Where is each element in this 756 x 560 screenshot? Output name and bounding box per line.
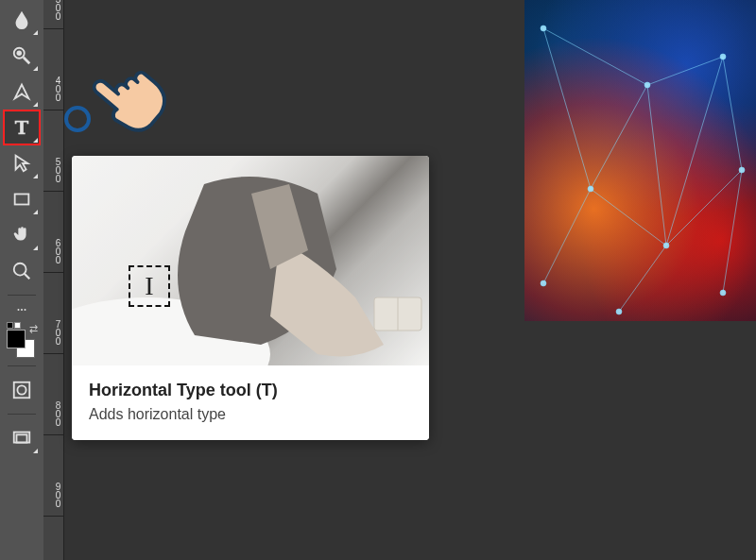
svg-point-28 (588, 186, 593, 192)
pen-tool[interactable] (3, 74, 41, 110)
screenmode-icon (11, 428, 32, 449)
ruler-label: 500 (43, 157, 62, 182)
svg-line-23 (647, 85, 666, 246)
svg-line-14 (543, 28, 647, 85)
zoom-icon (11, 261, 32, 281)
pen-icon (11, 81, 32, 102)
svg-point-2 (17, 51, 23, 57)
color-swatches[interactable]: ⇄ (3, 322, 41, 360)
svg-line-1 (24, 58, 29, 63)
blur-icon (11, 9, 32, 30)
ruler-label: 400 (43, 76, 62, 101)
tooltip-preview-image: I (72, 156, 429, 365)
svg-point-29 (720, 54, 726, 59)
svg-point-34 (720, 290, 726, 296)
quickmask-icon (11, 380, 32, 400)
svg-point-9 (25, 309, 26, 311)
svg-rect-13 (17, 434, 27, 442)
path-arrow-icon (11, 153, 32, 174)
svg-point-30 (739, 167, 745, 173)
network-graphic (524, 0, 756, 321)
hand-icon (11, 225, 32, 246)
svg-line-20 (543, 189, 591, 283)
toolbar-divider (8, 295, 36, 296)
dodge-icon (11, 45, 32, 66)
type-cursor-icon: I (129, 265, 170, 307)
svg-line-22 (723, 170, 742, 293)
svg-point-11 (17, 385, 26, 394)
ruler-label: 800 (43, 400, 62, 426)
svg-line-16 (647, 57, 723, 85)
svg-line-6 (25, 274, 30, 280)
svg-point-27 (644, 82, 650, 88)
svg-rect-4 (15, 195, 29, 205)
vertical-ruler: 300 400 500 600 700 800 900 (43, 0, 64, 560)
blur-tool[interactable] (3, 2, 41, 38)
tooltip-title: Horizontal Type tool (T) (89, 381, 412, 400)
rectangle-tool[interactable] (3, 181, 41, 217)
ruler-label: 600 (43, 238, 62, 263)
tools-panel: ⇄ (0, 0, 43, 560)
svg-line-21 (619, 246, 666, 312)
svg-point-31 (663, 243, 669, 248)
quick-mask[interactable] (3, 372, 41, 408)
toolbar-divider (8, 365, 36, 366)
foreground-color[interactable] (7, 330, 26, 348)
screen-mode[interactable] (3, 420, 41, 456)
svg-point-32 (541, 280, 546, 286)
dots-icon (13, 304, 30, 315)
ruler-label: 700 (43, 319, 62, 345)
svg-line-18 (591, 189, 666, 246)
svg-line-15 (591, 85, 647, 189)
pointer-hand-icon (85, 52, 175, 142)
tool-tooltip: I Horizontal Type tool (T) Adds horizont… (72, 156, 429, 440)
svg-rect-10 (14, 382, 30, 399)
type-icon (11, 117, 32, 138)
svg-point-33 (616, 309, 622, 314)
ruler-label: 900 (43, 482, 62, 507)
ruler-label: 300 (43, 0, 62, 20)
svg-point-3 (21, 93, 24, 95)
svg-point-26 (541, 25, 546, 31)
tooltip-description: Adds horizontal type (89, 406, 412, 423)
rectangle-icon (11, 189, 32, 210)
toolbar-divider (8, 414, 36, 415)
svg-line-17 (723, 57, 742, 170)
edit-toolbar[interactable] (3, 301, 41, 318)
svg-line-24 (543, 28, 591, 189)
zoom-tool[interactable] (3, 253, 41, 289)
hand-tool[interactable] (3, 217, 41, 253)
swap-colors-icon[interactable]: ⇄ (29, 323, 38, 335)
type-tool[interactable] (3, 110, 41, 145)
svg-point-5 (14, 263, 26, 276)
svg-point-7 (18, 309, 20, 311)
open-document[interactable] (524, 0, 756, 321)
path-selection-tool[interactable] (3, 145, 41, 181)
svg-point-8 (21, 309, 23, 311)
dodge-tool[interactable] (3, 38, 41, 74)
